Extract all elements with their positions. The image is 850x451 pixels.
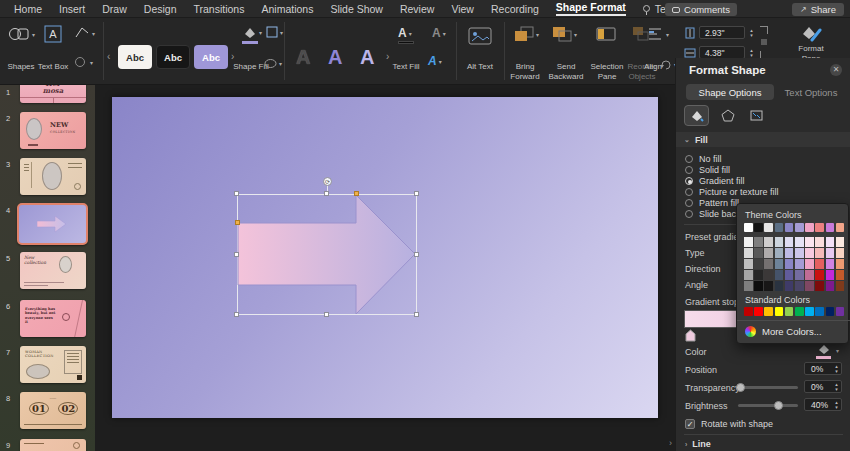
- color-swatch[interactable]: [836, 223, 845, 232]
- color-swatch[interactable]: [795, 248, 804, 258]
- color-swatch[interactable]: [805, 307, 814, 316]
- shapes-button[interactable]: ▾: [8, 25, 35, 43]
- color-swatch[interactable]: [754, 223, 763, 232]
- color-swatch[interactable]: [764, 237, 773, 247]
- color-swatch[interactable]: [836, 259, 845, 269]
- color-swatch[interactable]: [754, 237, 763, 247]
- color-swatch[interactable]: [815, 281, 824, 291]
- menu-home[interactable]: Home: [14, 3, 42, 15]
- menu-design[interactable]: Design: [144, 3, 177, 15]
- slide-thumbnail-4-selected[interactable]: [17, 203, 88, 245]
- send-backward-button[interactable]: ▾: [552, 26, 577, 42]
- alt-text-button[interactable]: [468, 27, 492, 45]
- edit-shape-button[interactable]: ▾: [74, 25, 95, 41]
- color-swatch[interactable]: [815, 307, 824, 316]
- color-swatch[interactable]: [826, 307, 835, 316]
- share-button[interactable]: ↗ Share: [792, 3, 844, 16]
- color-swatch[interactable]: [775, 270, 784, 280]
- position-stepper[interactable]: ▴▾: [832, 362, 841, 375]
- color-swatch[interactable]: [764, 223, 773, 232]
- color-swatch[interactable]: [785, 259, 794, 269]
- menu-recording[interactable]: Recording: [491, 3, 539, 15]
- slide-thumbnail-7[interactable]: WOMAN COLLECTION: [20, 346, 86, 383]
- color-swatch[interactable]: [744, 248, 753, 258]
- adjust-handle[interactable]: [354, 191, 359, 196]
- color-swatch[interactable]: [795, 307, 804, 316]
- style-gallery-prev-icon[interactable]: ‹: [107, 51, 110, 62]
- lock-aspect-icon[interactable]: [761, 39, 767, 45]
- rotate-with-shape-checkbox[interactable]: ✓ Rotate with shape: [685, 419, 773, 429]
- color-swatch[interactable]: [815, 270, 824, 280]
- resize-handle-w[interactable]: [234, 252, 239, 257]
- brightness-stepper[interactable]: ▴▾: [832, 398, 841, 411]
- menu-animations[interactable]: Animations: [261, 3, 313, 15]
- style-gallery-next-icon[interactable]: ›: [231, 51, 234, 62]
- line-section-header[interactable]: › Line: [685, 439, 711, 449]
- text-effects-button[interactable]: A ▾: [428, 54, 442, 68]
- color-swatch[interactable]: [754, 307, 763, 316]
- menu-insert[interactable]: Insert: [59, 3, 85, 15]
- color-swatch[interactable]: [785, 307, 794, 316]
- color-swatch[interactable]: [836, 307, 845, 316]
- bring-forward-button[interactable]: ▾: [514, 26, 539, 42]
- wordart-preset-1[interactable]: A: [296, 46, 310, 69]
- text-box-button[interactable]: A: [44, 25, 62, 43]
- slide-thumbnail-9[interactable]: [20, 439, 86, 451]
- slide-thumbnail-2[interactable]: NEW COLLECTION: [20, 112, 86, 149]
- resize-handle-n[interactable]: [324, 191, 329, 196]
- color-swatch[interactable]: [775, 248, 784, 258]
- color-swatch[interactable]: [744, 270, 753, 280]
- color-swatch[interactable]: [744, 237, 753, 247]
- align-button[interactable]: ▾: [648, 27, 669, 41]
- menu-slide-show[interactable]: Slide Show: [330, 3, 383, 15]
- fill-line-tab[interactable]: [684, 105, 709, 126]
- color-swatch[interactable]: [826, 259, 835, 269]
- color-swatch[interactable]: [826, 248, 835, 258]
- color-swatch[interactable]: [744, 281, 753, 291]
- menu-review[interactable]: Review: [400, 3, 434, 15]
- resize-handle-e[interactable]: [414, 252, 419, 257]
- tab-shape-options[interactable]: Shape Options: [686, 84, 774, 100]
- radio-gradient-fill[interactable]: Gradient fill: [685, 176, 745, 186]
- resize-handle-ne[interactable]: [414, 191, 419, 196]
- slide-thumbnail-5[interactable]: New collection: [20, 252, 86, 289]
- resize-handle-s[interactable]: [324, 312, 329, 317]
- color-swatch[interactable]: [805, 259, 814, 269]
- color-swatch[interactable]: [744, 307, 753, 316]
- color-swatch[interactable]: [795, 281, 804, 291]
- selection-pane-button[interactable]: [596, 26, 616, 42]
- radio-no-fill[interactable]: No fill: [685, 154, 722, 164]
- transparency-slider-knob[interactable]: [736, 383, 745, 392]
- color-swatch[interactable]: [764, 259, 773, 269]
- color-swatch[interactable]: [795, 237, 804, 247]
- resize-handle-se[interactable]: [414, 312, 419, 317]
- text-outline-button[interactable]: A ▾: [432, 26, 446, 40]
- menu-shape-format[interactable]: Shape Format: [556, 1, 626, 16]
- slide-thumbnail-1[interactable]: Her mosa: [20, 85, 86, 103]
- shape-style-preset-2[interactable]: Abc: [156, 45, 190, 69]
- shape-outline-button[interactable]: ▾: [266, 26, 283, 38]
- arrow-shape[interactable]: [237, 194, 417, 315]
- color-swatch[interactable]: [764, 270, 773, 280]
- rotate-handle[interactable]: ⟳: [323, 177, 332, 186]
- color-swatch[interactable]: [764, 248, 773, 258]
- color-swatch[interactable]: [805, 281, 814, 291]
- tab-text-options[interactable]: Text Options: [778, 84, 844, 100]
- shape-style-preset-1[interactable]: Abc: [118, 45, 152, 69]
- color-swatch[interactable]: [805, 237, 814, 247]
- gradient-stop-color-button[interactable]: [816, 343, 831, 359]
- brightness-slider-knob[interactable]: [774, 401, 783, 410]
- color-swatch[interactable]: [836, 281, 845, 291]
- transparency-stepper[interactable]: ▴▾: [832, 380, 841, 393]
- color-swatch[interactable]: [754, 259, 763, 269]
- color-swatch[interactable]: [775, 237, 784, 247]
- wordart-gallery-next-icon[interactable]: ›: [386, 51, 389, 62]
- color-swatch[interactable]: [764, 281, 773, 291]
- resize-handle-nw[interactable]: [234, 191, 239, 196]
- more-colors-button[interactable]: More Colors...: [745, 326, 822, 337]
- color-swatch[interactable]: [795, 223, 804, 232]
- close-icon[interactable]: ✕: [830, 64, 842, 76]
- color-swatch[interactable]: [836, 237, 845, 247]
- shape-fill-button[interactable]: ▾: [242, 26, 262, 39]
- wordart-preset-3[interactable]: A: [360, 46, 374, 69]
